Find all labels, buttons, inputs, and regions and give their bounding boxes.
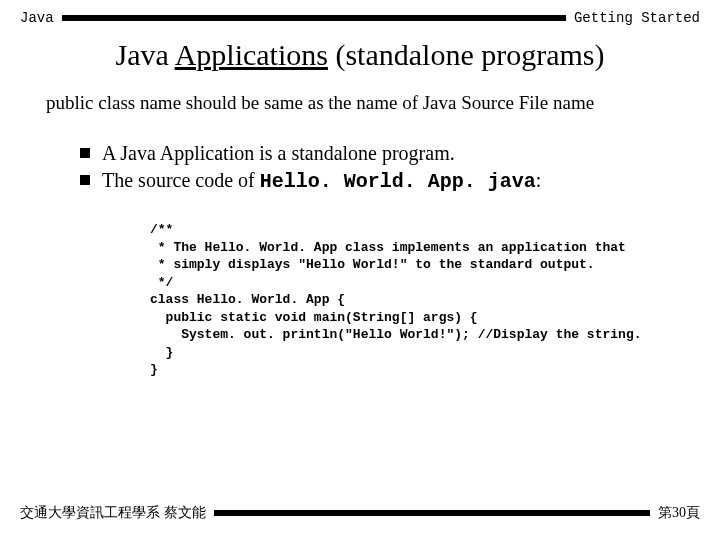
title-plain: Java <box>115 38 174 71</box>
bullet-text: A Java Application is a standalone progr… <box>102 140 455 167</box>
header-right-text: Getting Started <box>574 10 700 26</box>
bullet2-pre: The source code of <box>102 169 260 191</box>
slide-subtitle: public class name should be same as the … <box>46 92 690 114</box>
title-rest: (standalone programs) <box>328 38 605 71</box>
code-block: /** * The Hello. World. App class implem… <box>150 221 700 379</box>
page-number: 第30頁 <box>658 504 700 522</box>
title-underlined: Applications <box>175 38 328 71</box>
bullet2-post: : <box>536 169 542 191</box>
footer-left-text: 交通大學資訊工程學系 蔡文能 <box>20 504 206 522</box>
footer-divider-bar <box>214 510 651 516</box>
slide-header: Java Getting Started <box>0 0 720 26</box>
header-left-text: Java <box>20 10 54 26</box>
slide-title: Java Applications (standalone programs) <box>0 38 720 72</box>
list-item: A Java Application is a standalone progr… <box>80 140 680 167</box>
bullet-text: The source code of Hello. World. App. ja… <box>102 167 541 195</box>
bullet2-code: Hello. World. App. java <box>260 170 536 193</box>
header-divider-bar <box>62 15 566 21</box>
slide-footer: 交通大學資訊工程學系 蔡文能 第30頁 <box>20 504 700 522</box>
bullet-icon <box>80 148 90 158</box>
bullet-list: A Java Application is a standalone progr… <box>80 140 680 195</box>
list-item: The source code of Hello. World. App. ja… <box>80 167 680 195</box>
bullet-icon <box>80 175 90 185</box>
